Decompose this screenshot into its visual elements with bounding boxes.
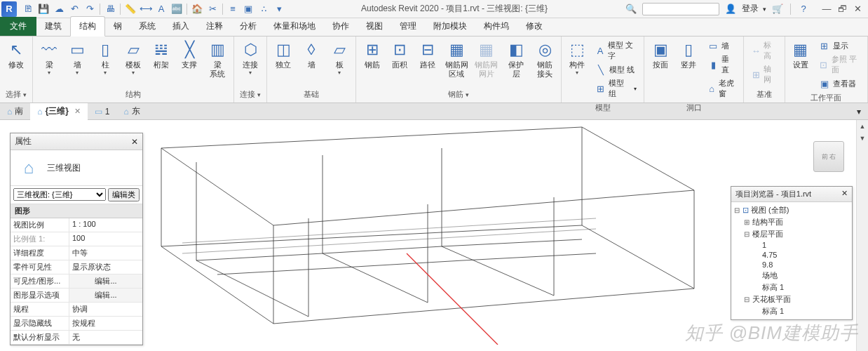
viewtab-1[interactable]: ▭1 xyxy=(88,103,117,120)
column-button[interactable]: ▯柱▾ xyxy=(92,38,118,77)
tab-addins[interactable]: 附加模块 xyxy=(425,17,475,36)
tab-systems[interactable]: 系统 xyxy=(130,17,164,36)
prop-gdo[interactable]: 图形显示选项编辑... xyxy=(11,289,142,303)
tree-views[interactable]: ⊟⊡视图 (全部) xyxy=(733,204,850,216)
properties-close-icon[interactable]: ✕ xyxy=(131,137,138,147)
viewtab-dd[interactable]: ▾ xyxy=(850,103,868,120)
scroll-up-icon[interactable]: ▲ xyxy=(857,120,868,132)
wall-button[interactable]: ▭墙▾ xyxy=(64,38,90,77)
tree-level-475[interactable]: 4.75 xyxy=(733,250,850,260)
tab-collaborate[interactable]: 协作 xyxy=(324,17,358,36)
isolated-button[interactable]: ◫独立 xyxy=(270,38,297,71)
panel-select[interactable]: 选择 xyxy=(3,88,29,101)
rebar-button[interactable]: ⊞钢筋 xyxy=(359,38,386,71)
instance-selector[interactable]: 三维视图: {三维} xyxy=(13,188,106,201)
prop-hidden-lines[interactable]: 显示隐藏线按规程 xyxy=(11,317,142,331)
panel-connect[interactable]: 连接 xyxy=(237,88,264,101)
brace-button[interactable]: ╳支撑 xyxy=(176,38,203,71)
prop-vg[interactable]: 可见性/图形...编辑... xyxy=(11,274,142,289)
browser-close-icon[interactable]: ✕ xyxy=(841,189,848,199)
model-text-button[interactable]: A模型 文字 xyxy=(592,39,639,62)
model-group-button[interactable]: ⊞模型 组▾ xyxy=(592,77,639,100)
qat-switch-icon[interactable]: ⛬ xyxy=(257,2,271,16)
viewer-button[interactable]: ▣查看器 xyxy=(816,77,863,90)
tree-level-1[interactable]: 1 xyxy=(733,240,850,250)
tab-annotate[interactable]: 注释 xyxy=(198,17,231,36)
tab-file[interactable]: 文件 xyxy=(0,17,36,36)
panel-rebar[interactable]: 钢筋 xyxy=(359,88,558,101)
scroll-down-icon[interactable]: ▼ xyxy=(857,132,868,144)
view-cube[interactable]: 前 右 xyxy=(809,137,848,176)
by-face-button[interactable]: ▣按面 xyxy=(647,38,674,71)
prop-analysis[interactable]: 默认分析显示无 xyxy=(11,331,142,345)
tree-level1b[interactable]: 标高 1 xyxy=(733,282,850,293)
tree-floor-plan[interactable]: ⊟楼层平面 xyxy=(733,228,850,240)
qat-section-icon[interactable]: ✂ xyxy=(205,2,219,16)
tab-view[interactable]: 视图 xyxy=(358,17,391,36)
slab-button[interactable]: ▱板▾ xyxy=(326,38,353,77)
model-line-button[interactable]: ╲模型 线 xyxy=(592,63,639,76)
tab-steel[interactable]: 钢 xyxy=(105,17,130,36)
tab-manage[interactable]: 管理 xyxy=(391,17,425,36)
qat-tag-icon[interactable]: A xyxy=(154,2,168,16)
close-button[interactable]: ✕ xyxy=(851,4,864,14)
viewtab-south[interactable]: ⌂南 xyxy=(0,103,30,120)
viewtab-east[interactable]: ⌂东 xyxy=(117,103,147,120)
floor-button[interactable]: ▱楼板▾ xyxy=(120,38,147,77)
qat-thin-icon[interactable]: ≡ xyxy=(226,2,240,16)
qat-dim-icon[interactable]: ⟷ xyxy=(139,2,153,16)
fabric-area-button[interactable]: ▦钢筋网 区域 xyxy=(442,38,471,80)
login-dd[interactable]: ▾ xyxy=(763,6,766,13)
qat-sync-icon[interactable]: ☁ xyxy=(52,2,66,16)
search-input[interactable] xyxy=(642,3,719,15)
qat-redo-icon[interactable]: ↷ xyxy=(83,2,97,16)
op-vert-button[interactable]: ▮垂直 xyxy=(705,53,739,76)
tab-architecture[interactable]: 建筑 xyxy=(36,17,70,36)
tree-level-98[interactable]: 9.8 xyxy=(733,260,850,270)
scrollbar-vertical[interactable]: ▲ ▼ xyxy=(856,120,868,351)
tree-level1c[interactable]: 标高 1 xyxy=(733,305,850,317)
restore-button[interactable]: 🗗 xyxy=(836,4,848,14)
coupler-button[interactable]: ◎钢筋 接头 xyxy=(531,38,558,80)
qat-undo-icon[interactable]: ↶ xyxy=(67,2,81,16)
tree-ceiling[interactable]: ⊟天花板平面 xyxy=(733,293,850,305)
viewport[interactable]: 前 右 ◉ ✋ 🔍 ⟲ 属性✕ ⌂ 三维视图 三维视图: {三维} 编辑类 图形… xyxy=(0,120,868,351)
path-button[interactable]: ⊟路径 xyxy=(414,38,441,71)
cover-button[interactable]: ◧保护层 xyxy=(502,38,531,80)
tab-analyze[interactable]: 分析 xyxy=(231,17,265,36)
tab-insert[interactable]: 插入 xyxy=(164,17,198,36)
prop-parts-vis[interactable]: 零件可见性显示原状态 xyxy=(11,260,142,274)
set-button[interactable]: ▦设置 xyxy=(788,38,813,71)
edit-type-button[interactable]: 编辑类 xyxy=(108,188,140,201)
show-button[interactable]: ⊞显示 xyxy=(816,39,863,52)
beam-system-button[interactable]: ▥梁 系统 xyxy=(204,38,231,80)
search-icon[interactable]: 🔍 xyxy=(624,2,638,16)
truss-button[interactable]: 𝍏桁架 xyxy=(148,38,175,71)
qat-print-icon[interactable]: 🖶 xyxy=(103,2,117,16)
close-tab-icon[interactable]: ✕ xyxy=(74,107,81,116)
qat-save-icon[interactable]: 💾 xyxy=(36,2,50,16)
login-link[interactable]: 登录 xyxy=(742,3,759,15)
prop-view-scale[interactable]: 视图比例1 : 100 xyxy=(11,218,142,232)
viewtab-3d[interactable]: ⌂{三维}✕ xyxy=(30,103,88,120)
qat-measure-icon[interactable]: 📏 xyxy=(123,2,137,16)
qat-dd-icon[interactable]: ▾ xyxy=(272,2,286,16)
component-button[interactable]: ⬚构件▾ xyxy=(564,38,590,77)
qat-text-icon[interactable]: 🔤 xyxy=(170,2,184,16)
tab-gjw[interactable]: 构件坞 xyxy=(475,17,517,36)
prop-discipline[interactable]: 规程协调 xyxy=(11,303,142,317)
tab-massing[interactable]: 体量和场地 xyxy=(265,17,324,36)
minimize-button[interactable]: — xyxy=(820,4,833,14)
prop-detail-level[interactable]: 详细程度中等 xyxy=(11,246,142,260)
exchange-icon[interactable]: 🛒 xyxy=(771,2,785,16)
beam-button[interactable]: 〰梁▾ xyxy=(36,38,62,77)
qat-open-icon[interactable]: 🖹 xyxy=(21,2,35,16)
found-wall-button[interactable]: ◊墙 xyxy=(298,38,325,71)
dormer-button[interactable]: ⌂老虎窗 xyxy=(705,77,739,100)
user-icon[interactable]: 👤 xyxy=(724,2,738,16)
tree-struct-plan[interactable]: ⊞结构平面 xyxy=(733,216,850,228)
qat-3d-icon[interactable]: 🏠 xyxy=(190,2,204,16)
tab-modify[interactable]: 修改 xyxy=(517,17,551,36)
op-wall-button[interactable]: ▭墙 xyxy=(705,39,739,52)
area-button[interactable]: ⊡面积 xyxy=(387,38,414,71)
